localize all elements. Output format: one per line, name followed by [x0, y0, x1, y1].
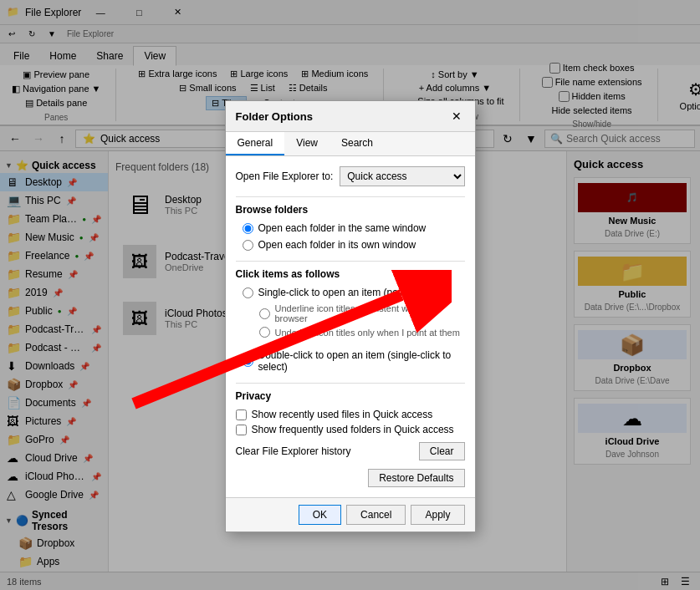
folder-options-modal: Folder Options ✕ General View Search Ope…: [225, 100, 476, 532]
ok-button[interactable]: OK: [299, 505, 341, 525]
double-click-label[interactable]: Double-click to open an item (single-cli…: [243, 349, 465, 373]
underline-point-label[interactable]: Underline icon titles only when I point …: [259, 327, 465, 338]
open-explorer-label: Open File Explorer to:: [236, 170, 334, 182]
own-window-radio[interactable]: [243, 240, 253, 251]
single-click-text: Single-click to open an item (point to s…: [258, 287, 452, 298]
modal-tabs: General View Search: [226, 132, 475, 156]
clear-button[interactable]: Clear: [419, 442, 465, 460]
recent-files-label[interactable]: Show recently used files in Quick access: [236, 409, 465, 420]
click-items-title: Click items as follows: [236, 268, 465, 280]
privacy-section: Show recently used files in Quick access…: [236, 409, 465, 460]
click-items-group: Single-click to open an item (point to s…: [243, 287, 465, 373]
browse-folders-title: Browse folders: [236, 204, 465, 216]
own-window-text: Open each folder in its own window: [258, 239, 416, 251]
modal-footer: OK Cancel Apply: [226, 497, 475, 532]
modal-title: Folder Options: [236, 110, 313, 123]
recent-files-text: Show recently used files in Quick access: [252, 409, 433, 420]
frequent-folders-text: Show frequently used folders in Quick ac…: [252, 424, 454, 435]
double-click-text: Double-click to open an item (single-cli…: [258, 349, 465, 373]
restore-row: Restore Defaults: [236, 469, 465, 487]
restore-defaults-button[interactable]: Restore Defaults: [368, 469, 464, 487]
frequent-folders-cb[interactable]: [236, 425, 247, 435]
sub-radio-group: Underline icon titles consistent with my…: [259, 303, 465, 338]
own-window-label[interactable]: Open each folder in its own window: [243, 239, 465, 251]
double-click-radio[interactable]: [243, 356, 253, 367]
clear-history-row: Clear File Explorer history Clear: [236, 442, 465, 460]
modal-overlay: Folder Options ✕ General View Search Ope…: [0, 0, 700, 590]
modal-tab-general[interactable]: General: [226, 132, 285, 155]
modal-tab-view[interactable]: View: [284, 132, 330, 155]
recent-files-cb[interactable]: [236, 409, 247, 420]
open-explorer-select[interactable]: Quick access: [340, 166, 464, 186]
modal-body: Open File Explorer to: Quick access Brow…: [226, 156, 475, 497]
underline-point-radio[interactable]: [259, 327, 270, 338]
single-click-label[interactable]: Single-click to open an item (point to s…: [243, 287, 465, 298]
underline-browser-radio[interactable]: [259, 308, 270, 319]
modal-tab-search[interactable]: Search: [330, 132, 385, 155]
cancel-button[interactable]: Cancel: [346, 505, 406, 525]
underline-browser-label[interactable]: Underline icon titles consistent with my…: [259, 303, 465, 323]
open-explorer-row: Open File Explorer to: Quick access: [236, 166, 465, 186]
underline-point-text: Underline icon titles only when I point …: [275, 328, 460, 338]
browse-folders-group: Open each folder in the same window Open…: [243, 222, 465, 251]
clear-history-label: Clear File Explorer history: [236, 445, 351, 457]
apply-button[interactable]: Apply: [411, 505, 464, 525]
underline-browser-text: Underline icon titles consistent with my…: [275, 303, 465, 323]
modal-titlebar: Folder Options ✕: [226, 101, 475, 132]
frequent-folders-label[interactable]: Show frequently used folders in Quick ac…: [236, 424, 465, 435]
same-window-label[interactable]: Open each folder in the same window: [243, 222, 465, 234]
privacy-title: Privacy: [236, 390, 465, 402]
same-window-text: Open each folder in the same window: [258, 222, 427, 234]
single-click-radio[interactable]: [243, 287, 253, 298]
same-window-radio[interactable]: [243, 223, 253, 234]
modal-close-button[interactable]: ✕: [448, 108, 465, 125]
